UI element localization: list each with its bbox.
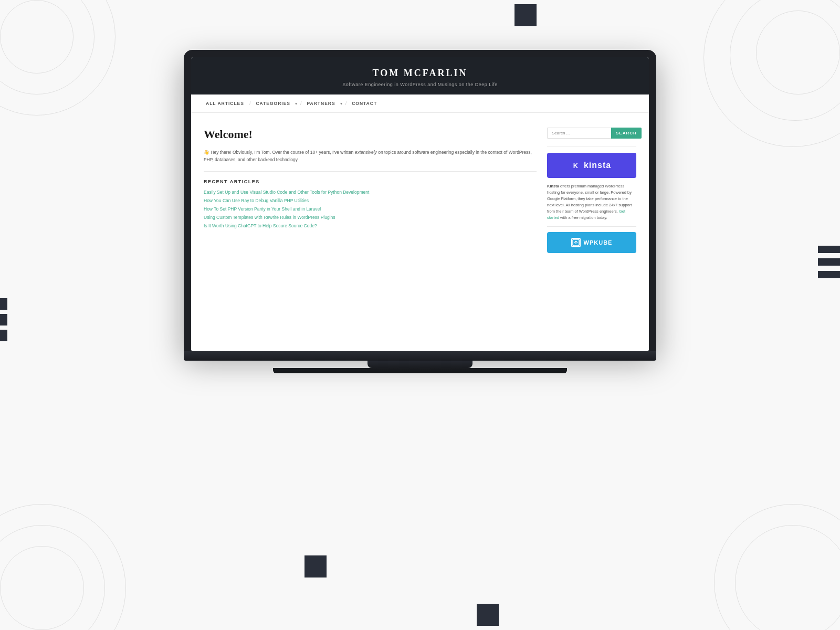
nav-separator: / [300,101,302,106]
article-link-4[interactable]: Using Custom Templates with Rewrite Rule… [204,215,537,220]
sidebar-divider-2 [547,226,636,227]
nav-separator: / [345,101,347,106]
decorative-circle [0,546,84,630]
decorative-rect [0,298,7,310]
nav-separator: / [249,101,251,106]
decorative-circle [714,504,840,630]
search-container: SEARCH [547,128,636,139]
nav-item-partners[interactable]: PARTNERS [305,100,338,107]
decorative-circle [0,0,94,94]
site-navigation: ALL ARTICLES / CATEGORIES ▾ / PARTNERS ▾… [191,94,649,113]
decorative-circle [704,0,840,147]
sidebar: SEARCH K kinsta Kinsta offers premium ma… [547,128,636,253]
article-link-2[interactable]: How You Can Use Ray to Debug Vanilla PHP… [204,198,537,203]
nav-item-contact[interactable]: CONTACT [350,100,379,107]
article-link-5[interactable]: Is It Worth Using ChatGPT to Help Secure… [204,223,537,228]
search-input[interactable] [547,128,611,139]
welcome-bold: extensively [355,150,377,155]
laptop-bezel: TOM MCFARLIN Software Engineering in Wor… [184,50,656,351]
decorative-rect [304,555,327,578]
wpkube-text: WPKUBE [584,239,613,246]
nav-item-categories[interactable]: CATEGORIES [254,100,292,107]
decorative-circle [0,504,126,630]
welcome-title: Welcome! [204,128,537,141]
decorative-rect [0,330,7,341]
decorative-rect [0,314,7,326]
site-title: TOM MCFARLIN [191,68,649,79]
section-divider [204,171,537,172]
decorative-circle [735,525,840,630]
wpkube-banner[interactable]: WPKUBE [547,232,636,253]
svg-text:K: K [573,162,578,170]
wpkube-icon [571,238,581,247]
kinsta-k-icon: K [572,161,582,170]
chevron-down-icon: ▾ [340,101,342,106]
decorative-circle [0,0,116,116]
article-link-1[interactable]: Easily Set Up and Use Visual Studio Code… [204,190,537,195]
site-subtitle: Software Engineering in WordPress and Mu… [191,82,649,87]
chevron-down-icon: ▾ [295,101,297,106]
kinsta-banner[interactable]: K kinsta [547,153,636,178]
decorative-rect [818,258,840,266]
site-content: Welcome! 👋 Hey there! Obviously, I'm Tom… [191,113,649,264]
decorative-circle [730,0,840,121]
welcome-text: 👋 Hey there! Obviously, I'm Tom. Over th… [204,149,537,164]
decorative-rect [818,246,840,253]
laptop-stand [368,361,472,368]
kinsta-desc-end: with a free migration today. [559,215,607,220]
site-header: TOM MCFARLIN Software Engineering in Wor… [191,57,649,94]
decorative-circle [0,525,105,630]
kinsta-name: Kinsta [547,184,559,188]
search-button[interactable]: SEARCH [611,128,642,139]
decorative-circle [756,10,840,94]
sidebar-divider [547,146,636,146]
nav-item-all-articles[interactable]: ALL ARTICLES [204,100,246,107]
decorative-rect [477,604,499,626]
decorative-rect [818,271,840,278]
laptop-screen: TOM MCFARLIN Software Engineering in Wor… [191,57,649,351]
laptop-base [184,351,656,361]
main-content-column: Welcome! 👋 Hey there! Obviously, I'm Tom… [204,128,537,253]
laptop-foot [273,368,567,373]
wpkube-logo-icon [572,239,580,246]
recent-articles-heading: RECENT ARTICLES [204,179,537,184]
article-link-3[interactable]: How To Set PHP Version Parity in Your Sh… [204,206,537,212]
laptop-mockup: TOM MCFARLIN Software Engineering in Wor… [184,50,656,373]
decorative-circle [0,0,74,74]
kinsta-logo-text: kinsta [584,161,611,170]
kinsta-description: Kinsta offers premium managed WordPress … [547,183,636,221]
welcome-intro: 👋 Hey there! Obviously, I'm Tom. Over th… [204,150,353,155]
decorative-rect [514,4,537,26]
